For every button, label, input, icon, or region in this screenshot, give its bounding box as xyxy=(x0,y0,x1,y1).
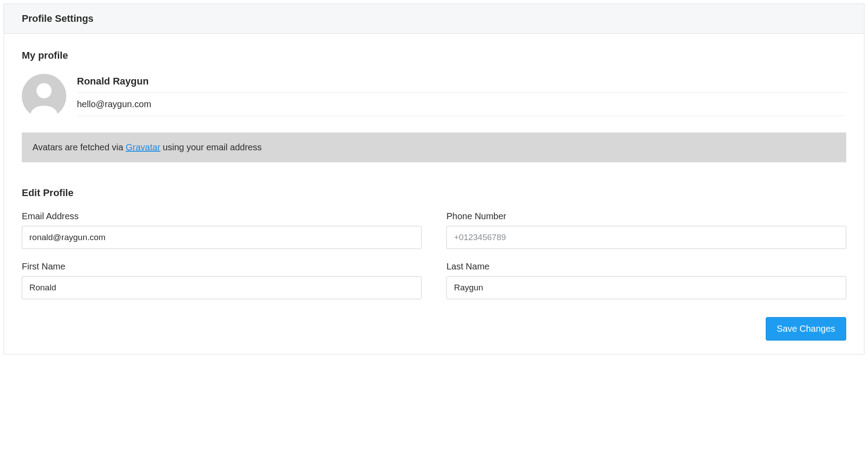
page-title: Profile Settings xyxy=(22,13,846,24)
panel-body: My profile Ronald Raygun hello@raygun.co… xyxy=(4,34,864,354)
email-input[interactable] xyxy=(22,226,422,249)
phone-label: Phone Number xyxy=(446,211,846,221)
first-name-field-group: First Name xyxy=(22,261,422,299)
phone-input[interactable] xyxy=(446,226,846,249)
phone-field-group: Phone Number xyxy=(446,211,846,249)
last-name-input[interactable] xyxy=(446,276,846,299)
last-name-label: Last Name xyxy=(446,261,846,272)
first-name-label: First Name xyxy=(22,261,422,272)
last-name-field-group: Last Name xyxy=(446,261,846,299)
edit-profile-heading: Edit Profile xyxy=(22,187,846,199)
notice-suffix: using your email address xyxy=(161,142,262,152)
profile-settings-panel: Profile Settings My profile Ronald Raygu… xyxy=(4,4,864,354)
profile-email: hello@raygun.com xyxy=(77,93,846,116)
my-profile-section: My profile Ronald Raygun hello@raygun.co… xyxy=(22,50,846,162)
profile-info: Ronald Raygun hello@raygun.com xyxy=(77,74,846,116)
first-name-input[interactable] xyxy=(22,276,422,299)
gravatar-notice: Avatars are fetched via Gravatar using y… xyxy=(22,133,846,162)
email-field-group: Email Address xyxy=(22,211,422,249)
avatar xyxy=(22,74,66,118)
profile-name: Ronald Raygun xyxy=(77,76,846,93)
email-label: Email Address xyxy=(22,211,422,221)
my-profile-heading: My profile xyxy=(22,50,846,61)
person-silhouette-icon xyxy=(22,74,66,118)
notice-prefix: Avatars are fetched via xyxy=(32,142,126,152)
save-changes-button[interactable]: Save Changes xyxy=(766,317,846,341)
panel-header: Profile Settings xyxy=(4,4,864,34)
profile-summary: Ronald Raygun hello@raygun.com xyxy=(22,74,846,118)
svg-point-1 xyxy=(36,83,52,98)
edit-profile-section: Edit Profile Email Address Phone Number … xyxy=(22,187,846,341)
form-actions: Save Changes xyxy=(22,317,846,341)
gravatar-link[interactable]: Gravatar xyxy=(126,142,161,152)
edit-profile-form: Email Address Phone Number First Name La… xyxy=(22,211,846,299)
